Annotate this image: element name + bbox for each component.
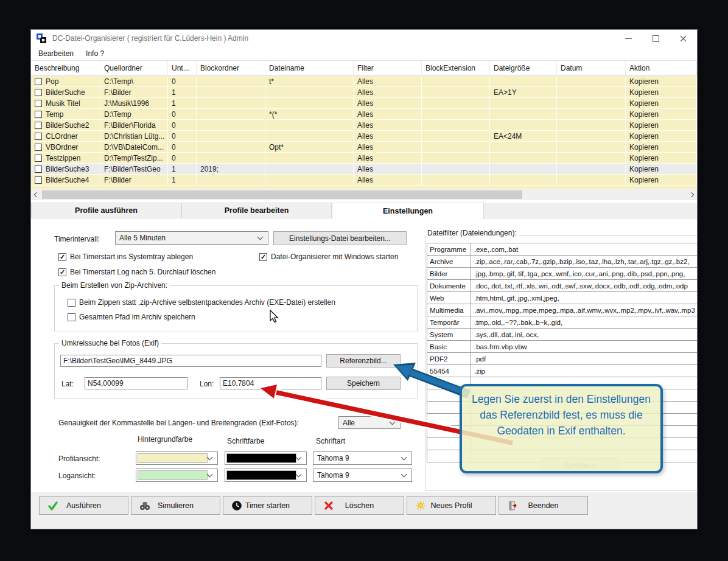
lon-label: Lon: <box>200 380 214 388</box>
ausfuehren-button[interactable]: Ausführen <box>39 496 128 515</box>
filter-row[interactable]: Bilder.jpg,.bmp,.gif,.tif,.tga,.pcx,.wmf… <box>427 268 697 280</box>
timer-interval-select[interactable]: Alle 5 Minuten <box>115 231 268 245</box>
filter-row[interactable]: Multimedia.avi,.mov,.mpg,.mpe,mpeg,.mpa,… <box>427 304 697 316</box>
log-font-select[interactable]: Tahoma 9 <box>313 469 412 482</box>
cell <box>557 109 626 119</box>
row-checkbox[interactable] <box>35 166 42 173</box>
column-header[interactable]: Blockordner <box>197 61 265 75</box>
column-header[interactable]: Dateiname <box>265 61 354 75</box>
chevron-down-icon <box>296 472 302 478</box>
row-checkbox[interactable] <box>35 100 42 107</box>
filter-extensions: .sys,.dll,.dat,.ini,.ocx, <box>471 329 697 340</box>
windows-start-checkbox[interactable]: Datei-Organisierer mit Windows starten <box>259 253 398 261</box>
column-header[interactable]: Filter <box>354 61 422 75</box>
column-header[interactable]: Dateigröße <box>490 61 557 75</box>
timer-starten-button[interactable]: Timer starten <box>223 496 312 515</box>
profil-font-select[interactable]: Tahoma 9 <box>313 451 412 465</box>
color-swatch <box>226 470 296 480</box>
filter-extensions: .pdf <box>471 353 697 364</box>
profile-row[interactable]: BilderSuche4F:\Bilder1AllesKopieren <box>31 175 697 186</box>
scroll-left-button[interactable] <box>31 189 42 200</box>
scroll-right-button[interactable] <box>686 189 697 200</box>
close-button[interactable] <box>670 30 697 47</box>
exif-speichern-button[interactable]: Speichern <box>326 377 401 390</box>
column-header[interactable]: Unt... <box>168 61 197 75</box>
log-fontcolor-select[interactable] <box>225 469 307 482</box>
row-checkbox[interactable] <box>35 176 42 184</box>
filter-row[interactable]: Basic.bas.frm.vbp.vbw <box>427 341 697 353</box>
referenzbild-path-input[interactable] <box>60 355 321 367</box>
profile-row[interactable]: VBOrdnerD:\VB\DateiCom...0Opt*AllesKopie… <box>31 142 697 153</box>
profile-row[interactable]: BilderSuche2F:\Bilder\Florida0AllesKopie… <box>31 120 697 131</box>
simulieren-button[interactable]: Simulieren <box>131 496 220 515</box>
filter-row[interactable]: Programme.exe,.com,.bat <box>427 243 697 256</box>
cell <box>197 109 265 119</box>
filter-row[interactable]: PDF2.pdf <box>427 353 697 365</box>
filter-row[interactable]: Temporär.tmp,.old,.~??,.bak,.b~k,.gid, <box>427 316 697 329</box>
filter-name: Temporär <box>427 316 471 328</box>
column-header[interactable]: Datum <box>557 61 626 75</box>
chevron-down-icon <box>296 455 302 461</box>
log-bgcolor-select[interactable] <box>136 469 218 482</box>
tab-profile-bearbeiten[interactable]: Profile bearbeiten <box>181 203 332 218</box>
menu-item[interactable]: Info ? <box>80 47 110 60</box>
menu-item[interactable]: Bearbeiten <box>32 47 80 60</box>
loeschen-button[interactable]: Löschen <box>315 496 404 515</box>
profil-bgcolor-select[interactable] <box>136 451 218 465</box>
profile-row[interactable]: TestzippenD:\Temp\TestZip...0AllesKopier… <box>31 153 697 164</box>
cell <box>422 153 490 163</box>
row-checkbox[interactable] <box>35 133 42 140</box>
zip-exe-checkbox[interactable]: Beim Zippen statt .zip-Archive selbstent… <box>68 298 335 307</box>
profile-row[interactable]: CLOrdnerD:\Christian Lütg...0AllesEA<24M… <box>31 131 697 142</box>
cell: F:\Bilder <box>100 175 168 185</box>
filter-name: 55454 <box>427 365 471 377</box>
referenzbild-button[interactable]: Referenzbild... <box>326 354 401 368</box>
cell: Kopieren <box>626 98 697 108</box>
profile-row[interactable]: Musik TitelJ:\Musik\19961AllesKopieren <box>31 98 697 109</box>
column-header[interactable]: Beschreibung <box>31 61 100 75</box>
beenden-button[interactable]: Beenden <box>499 496 588 515</box>
profile-row[interactable]: PopC:\Temp\0t*AllesKopieren <box>31 76 697 87</box>
profil-fontcolor-select[interactable] <box>225 451 307 465</box>
horizontal-scrollbar[interactable] <box>31 189 697 200</box>
row-checkbox[interactable] <box>35 111 42 118</box>
minimize-button[interactable] <box>615 30 642 47</box>
filter-row[interactable]: System.sys,.dll,.dat,.ini,.ocx, <box>427 329 697 341</box>
action-button-label: Ausführen <box>40 497 128 514</box>
cell: J:\Musik\1996 <box>100 98 168 108</box>
column-header[interactable]: Quellordner <box>100 61 168 75</box>
filter-row[interactable]: Archive.zip,.ace,.rar,.cab,.7z,.gzip,.bz… <box>427 256 697 268</box>
neues-profil-button[interactable]: Neues Profil <box>407 496 496 515</box>
close-icon <box>680 35 687 42</box>
systray-checkbox[interactable]: Bei Timerstart ins Systemtray ablegen <box>58 253 193 261</box>
cell: 0 <box>168 142 197 152</box>
row-checkbox[interactable] <box>35 144 42 151</box>
cell <box>557 164 626 174</box>
lat-input[interactable] <box>85 377 187 389</box>
zip-path-checkbox[interactable]: Gesamten Pfad im Archiv speichern <box>68 313 195 321</box>
tab-profile-ausf-hren[interactable]: Profile ausführen <box>31 203 181 218</box>
cell <box>490 109 557 119</box>
cell: Kopieren <box>626 142 697 152</box>
clear-log-checkbox[interactable]: Bei Timerstart Log nach 5. Durchlauf lös… <box>58 268 215 276</box>
maximize-button[interactable] <box>642 30 670 47</box>
row-checkbox[interactable] <box>35 89 42 96</box>
profile-row[interactable]: BilderSuche3F:\Bilder\TestGeo12019;Alles… <box>31 164 697 175</box>
row-checkbox[interactable] <box>35 122 42 129</box>
row-checkbox[interactable] <box>35 78 42 85</box>
precision-select[interactable]: Alle <box>338 416 401 429</box>
scrollbar-thumb[interactable] <box>42 190 522 199</box>
filter-row[interactable]: Dokumente.doc,.dot,.txt,.rtf,.xls,.wri,.… <box>427 280 697 292</box>
column-header[interactable]: BlockExtension <box>422 61 490 75</box>
edit-settings-file-button[interactable]: Einstellungs-Datei bearbeiten... <box>273 231 407 245</box>
profile-row[interactable]: BilderSucheF:\Bilder1AllesEA>1YKopieren <box>31 87 697 98</box>
filter-row[interactable]: 55454.zip <box>427 365 697 377</box>
profile-row[interactable]: TempD:\Temp0*(*AllesKopieren <box>31 109 697 120</box>
lon-input[interactable] <box>220 377 321 389</box>
column-header[interactable]: Aktion <box>626 61 697 75</box>
tab-einstellungen[interactable]: Einstellungen <box>332 203 484 219</box>
filter-row[interactable]: Web.htm,html,.gif,.jpg,.xml,jpeg, <box>427 292 697 304</box>
cell: Pop <box>31 76 100 86</box>
cell: BilderSuche2 <box>31 120 100 130</box>
row-checkbox[interactable] <box>35 155 42 162</box>
